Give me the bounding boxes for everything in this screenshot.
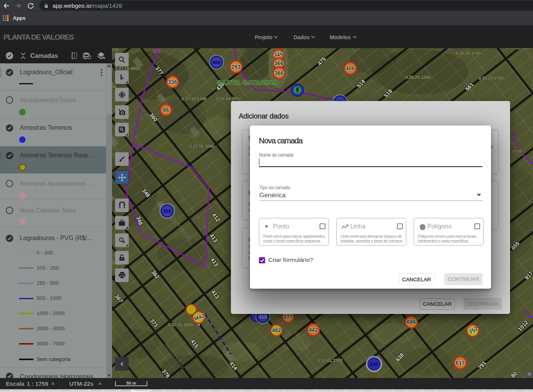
- svg-text:0.35.20.0750: 0.35.20.0750: [479, 76, 503, 80]
- svg-text:366: 366: [274, 60, 283, 66]
- svg-text:350: 350: [163, 209, 171, 214]
- svg-text:0.35.20.1200: 0.35.20.1200: [405, 75, 430, 80]
- svg-text:450: 450: [213, 60, 221, 65]
- svg-text:0.35.05.1400: 0.35.05.1400: [506, 48, 531, 50]
- svg-text:SANTA CATARINA: SANTA CATARINA: [217, 79, 278, 85]
- svg-text:0.15.01.2300: 0.15.01.2300: [318, 358, 343, 363]
- svg-text:415: 415: [259, 314, 267, 320]
- svg-text:366: 366: [274, 70, 284, 76]
- svg-text:86: 86: [163, 107, 169, 113]
- svg-text:4200: 4200: [111, 48, 119, 52]
- svg-text:617: 617: [456, 360, 465, 366]
- svg-text:345: 345: [274, 52, 283, 58]
- svg-text:0.35.20.1700: 0.35.20.1700: [456, 51, 481, 56]
- svg-text:696: 696: [407, 319, 416, 325]
- svg-text:0.35.04.0900: 0.35.04.0900: [216, 96, 241, 101]
- svg-text:277: 277: [283, 314, 293, 320]
- svg-text:442: 442: [309, 327, 318, 333]
- svg-text:482: 482: [272, 327, 281, 333]
- svg-text:©: ©: [528, 372, 531, 376]
- svg-text:293: 293: [231, 64, 241, 70]
- svg-text:0.37.16.3000: 0.37.16.3000: [189, 144, 214, 148]
- svg-text:0.37.16.0700: 0.37.16.0700: [182, 96, 206, 101]
- svg-text:600: 600: [370, 362, 378, 367]
- svg-text:406: 406: [346, 65, 355, 71]
- svg-text:.0700: .0700: [511, 149, 522, 153]
- svg-text:0.37.26.3600: 0.37.26.3600: [168, 322, 193, 327]
- svg-text:336: 336: [168, 79, 177, 85]
